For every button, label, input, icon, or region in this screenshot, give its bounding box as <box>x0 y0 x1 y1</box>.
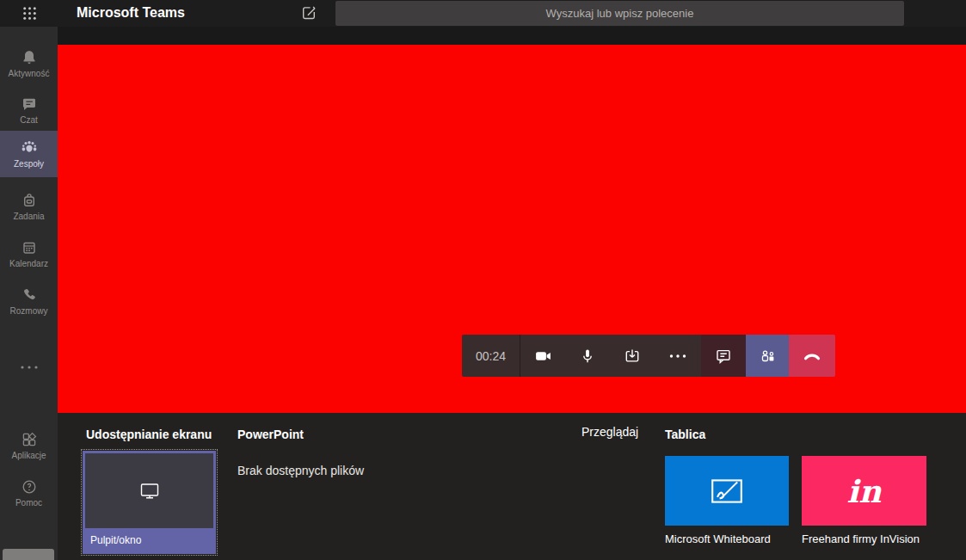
teams-people-icon <box>20 139 39 157</box>
participants-button[interactable] <box>746 335 789 377</box>
calendar-icon <box>21 239 38 256</box>
app-title: Microsoft Teams <box>77 0 185 27</box>
more-options-button[interactable] <box>655 335 701 377</box>
browse-button[interactable]: Przeglądaj <box>581 425 638 439</box>
compose-icon[interactable] <box>300 4 317 22</box>
bell-icon <box>21 49 38 66</box>
sidebar-item-label: Aplikacje <box>11 451 46 460</box>
hangup-icon <box>803 348 821 364</box>
download-desktop-app-button[interactable] <box>3 549 54 560</box>
sidebar-item-label: Czat <box>20 115 38 125</box>
hangup-button[interactable] <box>789 335 835 377</box>
sidebar-item-label: Zespoły <box>14 159 44 169</box>
camera-button[interactable] <box>520 335 565 377</box>
powerpoint-heading: PowerPoint <box>237 428 304 441</box>
sidebar-item-apps[interactable]: Aplikacje <box>0 428 58 464</box>
meeting-chat-button[interactable] <box>701 335 746 377</box>
whiteboard-tile-label: Microsoft Whiteboard <box>665 532 771 545</box>
invision-freehand-tile[interactable]: in <box>802 456 926 526</box>
meeting-chat-icon <box>715 348 732 365</box>
whiteboard-heading: Tablica <box>665 428 705 441</box>
sidebar-item-calendar[interactable]: Kalendarz <box>0 236 58 272</box>
app-launcher-waffle-icon[interactable] <box>22 5 38 22</box>
sidebar-item-teams[interactable]: Zespoły <box>0 131 58 177</box>
top-bar: Microsoft Teams <box>0 0 966 27</box>
screen-share-heading: Udostępnianie ekranu <box>86 428 212 441</box>
invision-tile-label: Freehand firmy InVision <box>802 532 920 545</box>
left-rail: Aktywność Czat <box>0 27 58 560</box>
desktop-window-share-card[interactable]: Pulpit/okno <box>83 451 216 554</box>
sidebar-item-chat[interactable]: Czat <box>0 92 58 128</box>
call-control-bar: 00:24 <box>462 335 835 377</box>
camera-icon <box>534 348 552 365</box>
microsoft-whiteboard-tile[interactable] <box>665 456 789 526</box>
sidebar-item-label: Zadania <box>13 212 44 221</box>
download-app-icon <box>19 557 38 560</box>
phone-icon <box>21 286 38 304</box>
share-tray-panel: Udostępnianie ekranu Pulpit/okno PowerPo… <box>58 413 966 560</box>
share-card-label: Pulpit/okno <box>85 528 213 551</box>
share-tray-button[interactable] <box>610 335 655 377</box>
call-timer: 00:24 <box>462 335 520 377</box>
sidebar-item-label: Rozmowy <box>10 306 48 316</box>
teams-window: Microsoft Teams Aktywność <box>0 0 966 560</box>
sidebar-item-label: Pomoc <box>15 498 42 508</box>
microphone-icon <box>579 348 596 365</box>
share-tray-icon <box>624 348 641 365</box>
invision-logo: in <box>847 476 882 507</box>
sidebar-item-assignments[interactable]: Zadania <box>0 188 58 225</box>
share-card-preview <box>85 453 213 528</box>
sidebar-item-label: Kalendarz <box>9 259 48 268</box>
more-options-icon <box>668 353 687 360</box>
whiteboard-pen-icon <box>709 474 745 508</box>
monitor-icon <box>138 481 161 502</box>
search-input[interactable] <box>335 1 904 26</box>
microphone-button[interactable] <box>565 335 610 377</box>
sidebar-item-calls[interactable]: Rozmowy <box>0 283 58 319</box>
participants-icon <box>759 348 777 365</box>
help-circle-icon <box>21 478 38 495</box>
sidebar-item-label: Aktywność <box>9 69 50 78</box>
backpack-icon <box>21 192 38 209</box>
sidebar-item-help[interactable]: Pomoc <box>0 475 58 511</box>
apps-grid-icon <box>21 431 38 448</box>
sidebar-item-activity[interactable]: Aktywność <box>0 46 58 82</box>
sidebar-more-dots-icon[interactable] <box>0 364 58 371</box>
powerpoint-empty-text: Brak dostępnych plików <box>237 464 364 477</box>
chat-bubble-icon <box>21 95 38 113</box>
